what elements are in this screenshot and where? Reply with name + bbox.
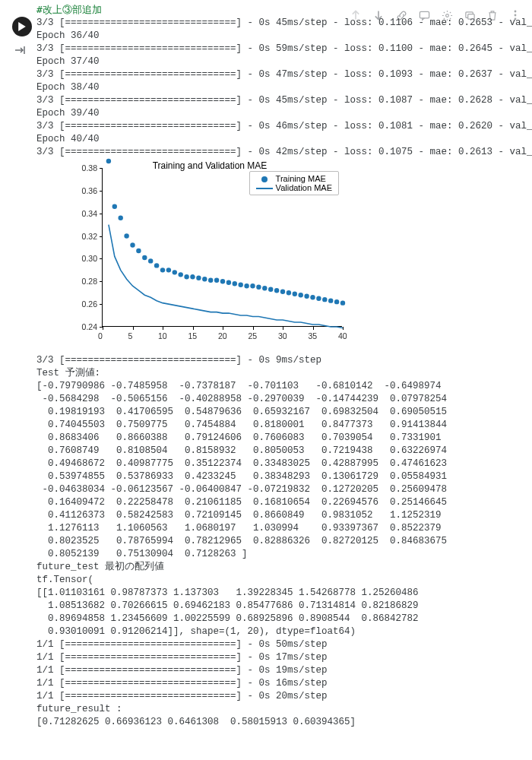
svg-point-16 <box>160 268 165 272</box>
svg-point-34 <box>268 287 273 292</box>
svg-point-14 <box>148 258 153 263</box>
svg-rect-3 <box>467 14 473 19</box>
svg-point-36 <box>280 290 285 294</box>
svg-point-37 <box>287 290 291 295</box>
svg-point-26 <box>220 279 225 283</box>
svg-point-7 <box>106 159 111 163</box>
svg-point-38 <box>293 292 297 296</box>
training-log: 3/3 [==============================] - 0… <box>5 17 527 159</box>
test-values: [-0.79790986 -0.7485958 -0.7378187 -0.70… <box>5 380 527 561</box>
svg-point-28 <box>233 281 237 286</box>
svg-point-19 <box>179 272 183 277</box>
mae-chart: Training and Validation MAE 0.240.260.28… <box>73 163 347 350</box>
svg-point-9 <box>119 215 123 220</box>
cell-toolbar <box>350 9 521 21</box>
svg-point-27 <box>226 280 231 285</box>
svg-point-23 <box>202 277 207 281</box>
svg-point-18 <box>173 270 177 274</box>
svg-point-5 <box>515 14 517 17</box>
goto-output-icon[interactable] <box>14 44 26 59</box>
chart-legend: Training MAE Validation MAE <box>249 171 339 195</box>
run-cell-button[interactable] <box>12 17 32 36</box>
arrow-up-icon[interactable] <box>350 9 362 21</box>
comment-icon[interactable] <box>418 9 430 21</box>
svg-point-20 <box>184 274 188 279</box>
svg-point-13 <box>142 255 147 260</box>
svg-point-22 <box>196 276 201 280</box>
svg-point-41 <box>310 295 315 299</box>
svg-point-15 <box>154 263 159 268</box>
svg-point-31 <box>250 283 255 288</box>
svg-point-11 <box>130 242 135 247</box>
more-icon[interactable] <box>509 9 521 21</box>
svg-point-4 <box>515 11 517 13</box>
svg-point-42 <box>316 296 321 300</box>
legend-label-training: Training MAE <box>276 174 326 183</box>
eval-line: 3/3 [==============================] - 0… <box>5 354 527 367</box>
svg-point-43 <box>322 297 327 302</box>
svg-point-12 <box>136 249 141 253</box>
predict-lines: 1/1 [==============================] - 0… <box>5 638 527 703</box>
svg-point-24 <box>208 278 213 283</box>
futuretest-label: future_test 最初の配列値 <box>5 561 527 574</box>
legend-marker-validation <box>256 188 273 189</box>
test-header: Test 予測値: <box>5 367 527 380</box>
svg-point-8 <box>112 204 117 209</box>
svg-point-10 <box>124 233 128 238</box>
future-result: [0.71282625 0.66936123 0.6461308 0.58015… <box>5 716 527 729</box>
legend-label-validation: Validation MAE <box>276 183 332 192</box>
svg-point-40 <box>304 293 309 298</box>
tensor-block: tf.Tensor( [[1.01103161 0.98787373 1.137… <box>5 574 527 638</box>
svg-point-21 <box>190 274 195 279</box>
future-result-label: future_result : <box>5 703 527 716</box>
svg-point-39 <box>299 293 303 297</box>
svg-point-46 <box>340 300 345 305</box>
svg-point-17 <box>166 268 171 272</box>
trash-icon[interactable] <box>486 9 499 21</box>
svg-point-6 <box>515 18 517 21</box>
legend-marker-training <box>261 176 268 182</box>
svg-point-30 <box>244 283 249 288</box>
gear-icon[interactable] <box>441 9 453 21</box>
svg-rect-0 <box>420 11 429 17</box>
mirror-icon[interactable] <box>464 9 476 21</box>
svg-point-32 <box>256 285 261 290</box>
link-icon[interactable] <box>395 9 407 21</box>
svg-point-45 <box>334 299 339 304</box>
svg-point-25 <box>214 278 219 283</box>
svg-point-29 <box>239 283 243 287</box>
svg-point-1 <box>445 14 448 17</box>
arrow-down-icon[interactable] <box>372 9 385 21</box>
svg-point-44 <box>328 298 333 302</box>
svg-point-35 <box>274 288 279 293</box>
svg-point-33 <box>262 286 267 290</box>
